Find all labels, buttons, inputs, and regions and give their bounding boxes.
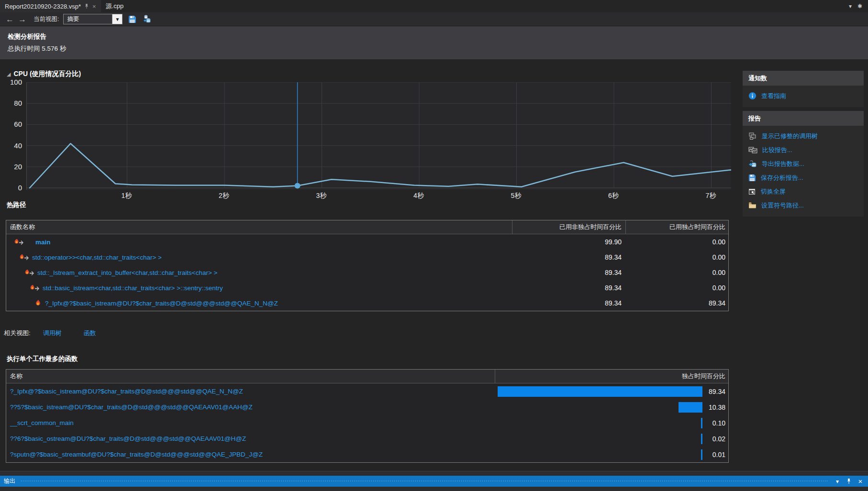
report-panel: 报告 显示已修整的调用树比较报告...导出报告数据...保存分析报告...切换全… xyxy=(743,111,864,217)
table-row[interactable]: ?sputn@?$basic_streambuf@DU?$char_traits… xyxy=(6,447,728,462)
col-exclusive-percent[interactable]: 已用独占时间百分比 xyxy=(625,220,729,234)
table-row[interactable]: std::basic_istream<char,std::char_traits… xyxy=(6,280,728,295)
view-combobox[interactable]: 摘要 ▼ xyxy=(63,14,122,24)
close-icon[interactable]: × xyxy=(92,3,96,10)
inclusive-percent-cell: 89.34 xyxy=(512,250,625,265)
gear-icon[interactable]: ✱ xyxy=(857,3,862,10)
inclusive-percent-cell: 99.90 xyxy=(512,234,625,250)
function-link[interactable]: ?sputn@?$basic_streambuf@DU?$char_traits… xyxy=(10,451,263,458)
top-functions-table: 名称 独占时间百分比 ?_Ipfx@?$basic_istream@DU?$ch… xyxy=(6,369,729,463)
sidebar-item[interactable]: 导出报告数据... xyxy=(743,157,864,171)
combobox-dropdown-icon[interactable]: ▼ xyxy=(112,14,122,24)
table-row[interactable]: std::operator>><char,std::char_traits<ch… xyxy=(6,250,728,265)
compare-reports-icon xyxy=(748,146,757,154)
hot-path-table: 函数名称 已用非独占时间百分比 已用独占时间百分比 main99.900.00s… xyxy=(6,220,729,311)
hot-path-table-header: 函数名称 已用非独占时间百分比 已用独占时间百分比 xyxy=(6,220,728,234)
percent-value: 89.34 xyxy=(706,388,725,395)
save-icon[interactable] xyxy=(127,14,137,24)
percent-bar xyxy=(701,449,702,460)
forward-arrow-icon[interactable]: → xyxy=(18,15,26,23)
function-link[interactable]: std::basic_istream<char,std::char_traits… xyxy=(43,284,223,292)
collapse-triangle-icon[interactable]: ◢ xyxy=(7,71,11,77)
function-link[interactable]: __scrt_common_main xyxy=(10,419,74,426)
function-name-cell: std::basic_istream<char,std::char_traits… xyxy=(6,280,512,295)
fullscreen-icon xyxy=(748,188,756,196)
sidebar-item-label: 设置符号路径... xyxy=(761,201,804,210)
output-chevron-down-icon[interactable]: ▾ xyxy=(834,478,841,485)
output-title-bar[interactable]: 输出 ▾ × xyxy=(0,476,868,487)
tab-report[interactable]: Report20210920-2328.vsp* × xyxy=(0,0,101,12)
sidebar-item-label: 切换全屏 xyxy=(761,187,786,196)
col-inclusive-percent[interactable]: 已用非独占时间百分比 xyxy=(512,220,625,234)
tab-report-label: Report20210920-2328.vsp* xyxy=(5,3,81,10)
report-title: 检测分析报告 xyxy=(8,33,868,41)
function-link[interactable]: std::operator>><char,std::char_traits<ch… xyxy=(32,254,162,261)
sidebar-item[interactable]: 比较报告... xyxy=(743,143,864,157)
function-link[interactable]: ?_Ipfx@?$basic_istream@DU?$char_traits@D… xyxy=(10,388,243,395)
sidebar-item-label: 保存分析报告... xyxy=(761,174,803,182)
function-link[interactable]: ??5?$basic_istream@DU?$char_traits@D@std… xyxy=(10,404,253,411)
tab-source[interactable]: 源.cpp xyxy=(101,0,129,12)
col-name[interactable]: 名称 xyxy=(6,370,495,383)
sidebar-item[interactable]: 保存分析报告... xyxy=(743,171,864,185)
x-axis-tick-label: 1秒 xyxy=(112,192,141,200)
table-row[interactable]: main99.900.00 xyxy=(6,234,728,250)
sidebar-item-label: 查看指南 xyxy=(761,92,786,100)
table-row[interactable]: ??6?$basic_ostream@DU?$char_traits@D@std… xyxy=(6,431,728,447)
symbol-path-icon xyxy=(748,202,757,209)
table-row[interactable]: std::_Istream_extract_into_buffer<char,s… xyxy=(6,265,728,280)
sidebar-item[interactable]: 切换全屏 xyxy=(743,185,864,198)
exclusive-percent-cell: 0.00 xyxy=(625,234,729,250)
flame-icon xyxy=(34,299,42,307)
col-exclusive-time-percent[interactable]: 独占时间百分比 xyxy=(495,370,729,383)
back-arrow-icon[interactable]: ← xyxy=(6,15,14,23)
y-axis-tick-label: 0 xyxy=(1,184,22,192)
x-axis-tick-label: 3秒 xyxy=(307,192,336,200)
sidebar-item[interactable]: 设置符号路径... xyxy=(743,198,864,212)
function-link[interactable]: ?_Ipfx@?$basic_istream@DU?$char_traits@D… xyxy=(45,300,278,307)
top-functions-title: 执行单个工作最多的函数 xyxy=(7,355,78,363)
inclusive-percent-cell: 89.34 xyxy=(512,265,625,280)
percent-value: 0.02 xyxy=(706,435,725,443)
function-link[interactable]: ??6?$basic_ostream@DU?$char_traits@D@std… xyxy=(10,435,246,442)
hot-path-icon xyxy=(29,284,40,292)
percent-bar xyxy=(498,386,702,397)
output-pane-edge xyxy=(0,471,868,476)
hot-path-icon xyxy=(24,269,34,276)
notifications-panel: 通知数 查看指南 xyxy=(743,71,864,107)
sidebar-item[interactable]: 显示已修整的调用树 xyxy=(743,129,864,143)
function-name-cell: ??6?$basic_ostream@DU?$char_traits@D@std… xyxy=(6,431,495,447)
y-axis-tick-label: 80 xyxy=(1,99,22,107)
related-views-label: 相关视图: xyxy=(4,329,31,338)
function-name-cell: ?sputn@?$basic_streambuf@DU?$char_traits… xyxy=(6,447,495,462)
y-axis-tick-label: 60 xyxy=(1,120,22,128)
exclusive-percent-cell: 89.34 xyxy=(625,295,729,311)
bottom-strip xyxy=(0,487,868,491)
output-pin-icon[interactable] xyxy=(845,478,853,484)
sidebar-item[interactable]: 查看指南 xyxy=(743,89,864,103)
table-row[interactable]: ??5?$basic_istream@DU?$char_traits@D@std… xyxy=(6,399,728,415)
tab-bar: Report20210920-2328.vsp* × 源.cpp ▾ ✱ xyxy=(0,0,868,12)
cpu-chart-title: CPU (使用情况百分比) xyxy=(13,70,81,78)
output-close-icon[interactable]: × xyxy=(857,477,864,485)
exclusive-bar-cell: 10.38 xyxy=(495,399,729,415)
pin-icon[interactable] xyxy=(84,3,89,9)
top-functions-table-header: 名称 独占时间百分比 xyxy=(6,370,728,383)
functions-link[interactable]: 函数 xyxy=(84,329,96,338)
report-header: 检测分析报告 总执行时间 5.576 秒 xyxy=(0,26,868,59)
percent-bar xyxy=(701,434,702,444)
col-function-name[interactable]: 函数名称 xyxy=(6,220,512,234)
table-row[interactable]: __scrt_common_main0.10 xyxy=(6,415,728,431)
function-link[interactable]: std::_Istream_extract_into_buffer<char,s… xyxy=(37,269,217,276)
view-combobox-value[interactable]: 摘要 xyxy=(63,14,112,24)
function-link[interactable]: main xyxy=(35,239,51,246)
inclusive-percent-cell: 89.34 xyxy=(512,295,625,311)
y-axis-tick-label: 100 xyxy=(1,78,22,86)
cpu-chart-canvas xyxy=(27,82,731,190)
table-row[interactable]: ?_Ipfx@?$basic_istream@DU?$char_traits@D… xyxy=(6,383,728,399)
table-row[interactable]: ?_Ipfx@?$basic_istream@DU?$char_traits@D… xyxy=(6,295,728,311)
chevron-down-icon[interactable]: ▾ xyxy=(849,3,852,10)
export-report-icon[interactable] xyxy=(142,14,152,24)
call-tree-link[interactable]: 调用树 xyxy=(43,329,62,338)
x-axis-tick-label: 7秒 xyxy=(697,192,725,200)
